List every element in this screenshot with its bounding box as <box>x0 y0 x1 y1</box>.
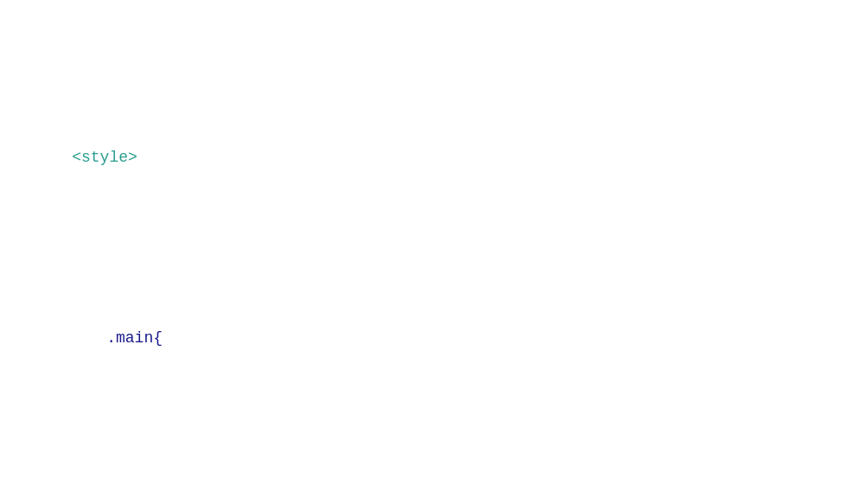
main-selector: .main{ <box>106 329 163 347</box>
line-style-open: <style> <box>35 117 815 199</box>
line-main-selector: .main{ <box>35 298 815 380</box>
code-editor: <style> .main{ width:500px; height:200px… <box>35 17 815 504</box>
line-width500: width:500px; <box>35 480 815 504</box>
style-open-tag: <style> <box>72 149 137 166</box>
